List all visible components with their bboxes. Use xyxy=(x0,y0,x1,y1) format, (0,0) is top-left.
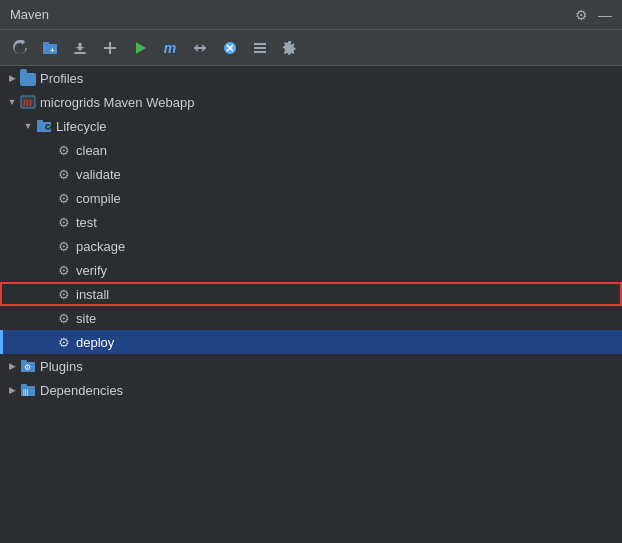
tree-panel: Profiles m microgrids Maven Webapp xyxy=(0,66,622,543)
add-button[interactable] xyxy=(96,34,124,62)
tree-item-verify[interactable]: ⚙ verify xyxy=(0,258,622,282)
svg-text:|||: ||| xyxy=(23,388,29,396)
svg-text:+: + xyxy=(50,46,55,55)
folder-icon-lifecycle xyxy=(36,118,52,134)
show-profiles-button[interactable] xyxy=(246,34,274,62)
label-install: install xyxy=(76,287,109,302)
arrow-plugins xyxy=(4,358,20,374)
download-button[interactable] xyxy=(66,34,94,62)
tree-item-site[interactable]: ⚙ site xyxy=(0,306,622,330)
tree-item-dependencies[interactable]: ||| Dependencies xyxy=(0,378,622,402)
skip-tests-button[interactable] xyxy=(216,34,244,62)
tree-item-compile[interactable]: ⚙ compile xyxy=(0,186,622,210)
svg-marker-4 xyxy=(136,42,146,54)
maven-m-button[interactable]: m xyxy=(156,34,184,62)
tree-item-package[interactable]: ⚙ package xyxy=(0,234,622,258)
label-microgrids: microgrids Maven Webapp xyxy=(40,95,194,110)
tree-item-deploy[interactable]: ⚙ deploy xyxy=(0,330,622,354)
tree-item-plugins[interactable]: ⚙ Plugins xyxy=(0,354,622,378)
title-bar-title: Maven xyxy=(10,7,49,22)
label-validate: validate xyxy=(76,167,121,182)
label-site: site xyxy=(76,311,96,326)
label-profiles: Profiles xyxy=(40,71,83,86)
run-button[interactable] xyxy=(126,34,154,62)
gear-icon-verify: ⚙ xyxy=(56,262,72,278)
svg-rect-7 xyxy=(254,47,266,49)
svg-rect-3 xyxy=(74,52,86,54)
gear-icon-clean: ⚙ xyxy=(56,142,72,158)
arrow-microgrids xyxy=(4,94,20,110)
label-lifecycle: Lifecycle xyxy=(56,119,107,134)
deploy-accent xyxy=(0,330,3,354)
svg-rect-6 xyxy=(254,43,266,45)
tree-item-validate[interactable]: ⚙ validate xyxy=(0,162,622,186)
gear-icon-package: ⚙ xyxy=(56,238,72,254)
tree-item-test[interactable]: ⚙ test xyxy=(0,210,622,234)
svg-text:⚙: ⚙ xyxy=(24,363,31,372)
title-bar: Maven ⚙ — xyxy=(0,0,622,30)
tree-item-microgrids[interactable]: m microgrids Maven Webapp xyxy=(0,90,622,114)
tree-item-install[interactable]: ⚙ install xyxy=(0,282,622,306)
toggle-offline-button[interactable] xyxy=(186,34,214,62)
refresh-button[interactable] xyxy=(6,34,34,62)
folder-icon-plugins: ⚙ xyxy=(20,358,36,374)
svg-rect-1 xyxy=(43,42,49,45)
gear-icon-site: ⚙ xyxy=(56,310,72,326)
svg-rect-18 xyxy=(21,384,27,387)
label-verify: verify xyxy=(76,263,107,278)
gear-icon-deploy: ⚙ xyxy=(56,334,72,350)
gear-icon-validate: ⚙ xyxy=(56,166,72,182)
title-bar-controls: ⚙ — xyxy=(575,8,612,22)
label-package: package xyxy=(76,239,125,254)
label-test: test xyxy=(76,215,97,230)
arrow-profiles xyxy=(4,70,20,86)
label-clean: clean xyxy=(76,143,107,158)
settings-button[interactable]: ⚙ xyxy=(575,8,588,22)
arrow-dependencies xyxy=(4,382,20,398)
tree-item-clean[interactable]: ⚙ clean xyxy=(0,138,622,162)
svg-rect-12 xyxy=(37,120,43,123)
label-deploy: deploy xyxy=(76,335,114,350)
settings-button[interactable] xyxy=(276,34,304,62)
gear-icon-test: ⚙ xyxy=(56,214,72,230)
add-maven-project-button[interactable]: + xyxy=(36,34,64,62)
toolbar: + m xyxy=(0,30,622,66)
tree-item-lifecycle[interactable]: Lifecycle xyxy=(0,114,622,138)
tree-item-profiles[interactable]: Profiles xyxy=(0,66,622,90)
arrow-lifecycle xyxy=(20,118,36,134)
folder-icon-dependencies: ||| xyxy=(20,382,36,398)
minimize-button[interactable]: — xyxy=(598,8,612,22)
svg-rect-8 xyxy=(254,51,266,53)
gear-icon-install: ⚙ xyxy=(56,286,72,302)
label-plugins: Plugins xyxy=(40,359,83,374)
svg-text:m: m xyxy=(23,97,32,108)
folder-icon-profiles xyxy=(20,70,36,86)
label-dependencies: Dependencies xyxy=(40,383,123,398)
gear-icon-compile: ⚙ xyxy=(56,190,72,206)
maven-icon-microgrids: m xyxy=(20,94,36,110)
label-compile: compile xyxy=(76,191,121,206)
maven-panel: Maven ⚙ — + m xyxy=(0,0,622,543)
